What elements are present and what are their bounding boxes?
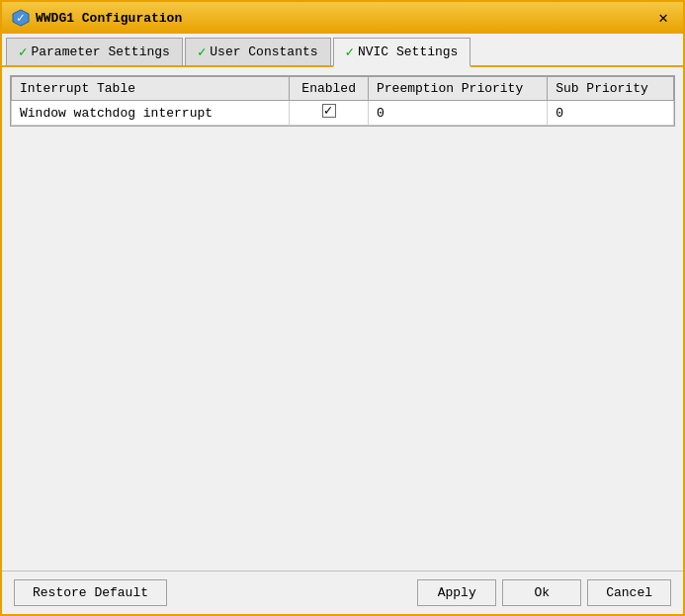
tab-nvic-settings-label: NVIC Settings xyxy=(358,44,458,59)
tab-user-constants[interactable]: ✓ User Constants xyxy=(185,38,331,65)
col-header-enabled: Enabled xyxy=(290,77,369,101)
title-bar: ✓ WWDG1 Configuration ✕ xyxy=(2,2,683,34)
tab-user-constants-label: User Constants xyxy=(210,44,317,59)
tab-parameter-settings[interactable]: ✓ Parameter Settings xyxy=(6,38,183,65)
main-window: ✓ WWDG1 Configuration ✕ ✓ Parameter Sett… xyxy=(0,0,685,616)
apply-button[interactable]: Apply xyxy=(417,579,496,606)
svg-text:✓: ✓ xyxy=(17,11,25,26)
window-title: WWDG1 Configuration xyxy=(36,11,182,26)
nvic-table-container: Interrupt Table Enabled Preemption Prior… xyxy=(10,75,675,127)
interrupt-name-cell: Window watchdog interrupt xyxy=(12,101,290,126)
nvic-table: Interrupt Table Enabled Preemption Prior… xyxy=(11,76,674,126)
restore-default-button[interactable]: Restore Default xyxy=(14,579,167,606)
table-header-row: Interrupt Table Enabled Preemption Prior… xyxy=(12,77,674,101)
title-bar-left: ✓ WWDG1 Configuration xyxy=(12,9,182,27)
col-header-sub: Sub Priority xyxy=(548,77,674,101)
tab-nvic-settings[interactable]: ✓ NVIC Settings xyxy=(333,38,471,67)
tab-check-icon: ✓ xyxy=(19,44,27,60)
tab-check-icon: ✓ xyxy=(346,44,354,60)
close-button[interactable]: ✕ xyxy=(653,8,673,28)
bottom-bar: Restore Default Apply Ok Cancel xyxy=(2,571,683,614)
enabled-checkbox[interactable] xyxy=(322,104,336,118)
bottom-right-buttons: Apply Ok Cancel xyxy=(417,579,671,606)
ok-button[interactable]: Ok xyxy=(502,579,581,606)
preemption-priority-cell[interactable]: 0 xyxy=(368,101,547,126)
col-header-preemption: Preemption Priority xyxy=(368,77,547,101)
tab-parameter-settings-label: Parameter Settings xyxy=(31,44,169,59)
tab-bar: ✓ Parameter Settings ✓ User Constants ✓ … xyxy=(2,34,683,67)
tab-check-icon: ✓ xyxy=(198,44,206,60)
enabled-cell[interactable] xyxy=(290,101,369,126)
window-icon: ✓ xyxy=(12,9,30,27)
sub-priority-cell[interactable]: 0 xyxy=(548,101,674,126)
table-row: Window watchdog interrupt 0 0 xyxy=(12,101,674,126)
cancel-button[interactable]: Cancel xyxy=(587,579,671,606)
main-content: Interrupt Table Enabled Preemption Prior… xyxy=(2,67,683,571)
col-header-interrupt: Interrupt Table xyxy=(12,77,290,101)
